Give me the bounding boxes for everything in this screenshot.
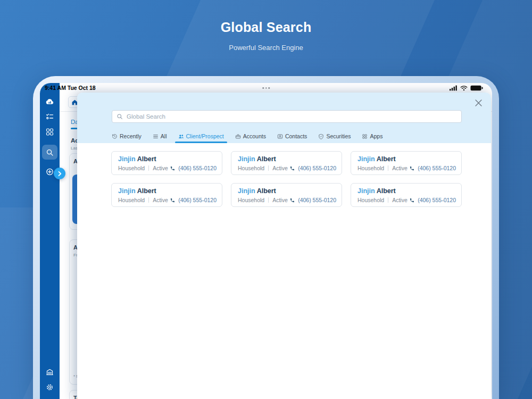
sidebar-company-button[interactable] <box>45 367 54 376</box>
status-badge: Active <box>392 165 408 171</box>
close-icon <box>475 99 482 106</box>
phone-number: (406) 555-0120 <box>178 197 217 203</box>
tab-label: Accounts <box>243 133 266 139</box>
tab-all[interactable]: All <box>153 129 167 143</box>
sidebar-analytics-button[interactable] <box>45 97 54 106</box>
sidebar-settings-button[interactable] <box>45 383 54 392</box>
tab-label: Recently <box>120 133 142 139</box>
tab-contacts[interactable]: Contacts <box>277 129 307 143</box>
search-results-grid: JinjinAlbert HouseholdActive (406) 555-0… <box>77 143 491 207</box>
phone-icon <box>409 197 415 203</box>
search-result-card[interactable]: JinjinAlbert HouseholdActive (406) 555-0… <box>111 183 222 207</box>
search-icon <box>46 148 54 156</box>
app-grid-icon <box>46 128 54 136</box>
page-subtitle: Powerful Search Engine <box>0 44 532 52</box>
search-icon <box>117 113 123 120</box>
record-type: Household <box>118 165 145 171</box>
divider <box>148 165 149 171</box>
record-type: Household <box>118 197 145 203</box>
ipad-screen: Da Advis Last U AU AU Fro * N To <box>40 83 492 399</box>
add-icon <box>46 168 54 176</box>
tab-label: Apps <box>370 133 383 139</box>
company-icon <box>46 368 54 376</box>
chevron-right-icon <box>57 171 63 177</box>
sidebar-add-button[interactable] <box>45 167 54 176</box>
divider <box>148 197 149 203</box>
search-result-card[interactable]: JinjinAlbert HouseholdActive (406) 555-0… <box>351 183 462 207</box>
ipad-device-frame: Da Advis Last U AU AU Fro * N To <box>33 76 499 399</box>
global-search-bar[interactable] <box>112 110 462 123</box>
tab-recently[interactable]: Recently <box>112 129 142 143</box>
result-name: JinjinAlbert <box>358 187 456 195</box>
contact-card-icon <box>277 134 283 139</box>
phone-icon <box>170 197 176 203</box>
hero-section: Global Search Powerful Search Engine <box>0 20 532 52</box>
apps-icon <box>362 134 368 139</box>
result-name: JinjinAlbert <box>118 155 217 163</box>
divider <box>268 197 269 203</box>
marketing-background: Global Search Powerful Search Engine <box>0 0 532 399</box>
phone-number: (406) 555-0120 <box>298 197 336 203</box>
divider <box>268 165 269 171</box>
cellular-signal-icon <box>450 85 458 91</box>
record-type: Household <box>238 197 264 203</box>
page-title: Global Search <box>0 20 532 35</box>
multitask-dots <box>262 87 270 89</box>
tab-label: Client/Prospect <box>186 133 224 139</box>
settings-icon <box>46 383 54 392</box>
sidebar-tasks-button[interactable] <box>45 112 54 121</box>
phone-number: (406) 555-0120 <box>418 197 456 203</box>
status-time: 9:41 AM Tue Oct 18 <box>45 85 96 91</box>
divider <box>388 165 388 171</box>
search-result-card[interactable]: JinjinAlbert HouseholdActive (406) 555-0… <box>351 151 462 175</box>
sidebar-expand-button[interactable] <box>54 168 65 179</box>
people-icon <box>178 134 184 139</box>
tab-securities[interactable]: Securities <box>318 129 351 143</box>
divider <box>388 197 388 203</box>
tasks-icon <box>46 112 54 121</box>
status-badge: Active <box>272 165 288 171</box>
search-scope-tabs: Recently All Client/Prospect Accoun <box>112 129 383 143</box>
result-name: JinjinAlbert <box>358 155 456 163</box>
sidebar-apps-button[interactable] <box>45 127 54 136</box>
result-name: JinjinAlbert <box>118 187 217 195</box>
phone-icon <box>289 197 295 203</box>
list-icon <box>153 134 159 139</box>
phone-number: (406) 555-0120 <box>418 165 456 171</box>
status-bar: 9:41 AM Tue Oct 18 <box>40 83 492 93</box>
phone-number: (406) 555-0120 <box>178 165 217 171</box>
shield-icon <box>318 134 324 139</box>
record-type: Household <box>358 197 384 203</box>
tab-accounts[interactable]: Accounts <box>235 129 266 143</box>
close-button[interactable] <box>475 98 484 107</box>
search-result-card[interactable]: JinjinAlbert HouseholdActive (406) 555-0… <box>231 151 342 175</box>
phone-icon <box>289 165 295 171</box>
phone-number: (406) 555-0120 <box>298 165 336 171</box>
record-type: Household <box>358 165 384 171</box>
status-badge: Active <box>153 165 168 171</box>
status-badge: Active <box>272 197 288 203</box>
tab-client-prospect[interactable]: Client/Prospect <box>178 129 224 143</box>
result-name: JinjinAlbert <box>238 187 336 195</box>
tab-label: Contacts <box>285 133 307 139</box>
overlay-header: Recently All Client/Prospect Accoun <box>77 93 491 143</box>
status-badge: Active <box>153 197 168 203</box>
record-type: Household <box>238 165 264 171</box>
app-sidebar <box>40 83 60 399</box>
tab-apps[interactable]: Apps <box>362 129 383 143</box>
tab-label: All <box>161 133 167 139</box>
analytics-cloud-icon <box>46 97 54 106</box>
global-search-overlay: Recently All Client/Prospect Accoun <box>77 93 491 399</box>
sidebar-search-button[interactable] <box>42 145 57 160</box>
wifi-icon <box>460 85 468 91</box>
history-icon <box>112 134 118 139</box>
search-input[interactable] <box>127 113 457 120</box>
battery-icon <box>470 85 483 91</box>
status-badge: Active <box>392 197 408 203</box>
search-result-card[interactable]: JinjinAlbert HouseholdActive (406) 555-0… <box>231 183 342 207</box>
tab-label: Securities <box>326 133 351 139</box>
phone-icon <box>409 165 415 171</box>
result-name: JinjinAlbert <box>238 155 336 163</box>
search-result-card[interactable]: JinjinAlbert HouseholdActive (406) 555-0… <box>111 151 222 175</box>
briefcase-icon <box>235 134 241 139</box>
